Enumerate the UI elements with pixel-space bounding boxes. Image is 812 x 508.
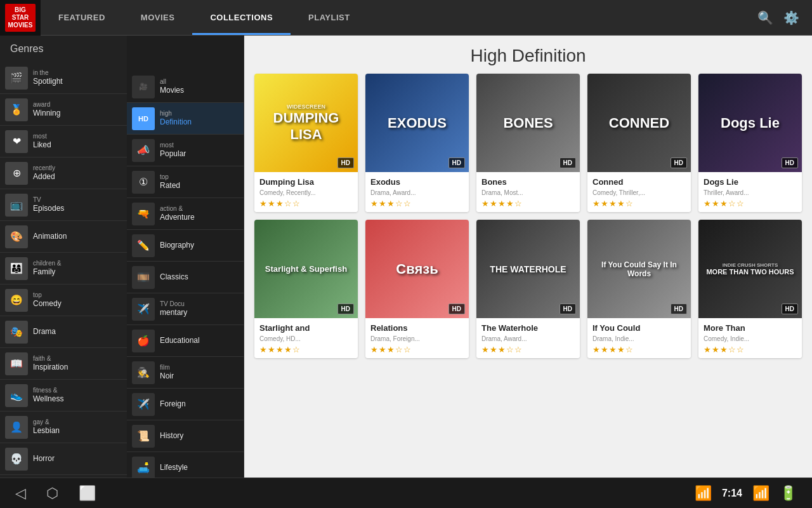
movie-poster: If You Could Say It In Words HD: [587, 220, 691, 318]
system-clock: 7:14: [722, 488, 742, 499]
genre-liked[interactable]: ❤ mostLiked: [0, 126, 127, 157]
genre-action[interactable]: 🔫 action &Adventure: [127, 198, 244, 230]
nav-icons: 🔍 ⚙️: [757, 10, 812, 25]
right-area: 🎥 allMovies HD highDefinition 📣 mostPopu…: [127, 36, 812, 478]
all-movies-icon: 🎥: [132, 76, 155, 98]
genre-horror[interactable]: 💀 Horror: [0, 443, 127, 475]
movie-card-bones[interactable]: BONES HD Bones Drama, Most... ★★★★☆: [476, 74, 580, 212]
left-sidebar: Genres 🎬 in theSpotlight 🏅 awardWinning …: [0, 36, 127, 478]
history-icon: 📜: [132, 425, 155, 448]
award-icon: 🏅: [5, 98, 28, 121]
bottom-nav: ◁ ⬡ ⬜ 📶 7:14 📶 🔋: [0, 478, 812, 508]
hd-badge: HD: [560, 304, 576, 314]
movie-card-starlight[interactable]: Starlight & Superfish HD Starlight and C…: [254, 220, 358, 358]
horror-label: Horror: [33, 454, 55, 464]
faith-label: faith &Inspiration: [33, 354, 68, 373]
movie-genres: Drama, Award...: [481, 335, 575, 342]
genre-fitness[interactable]: 👟 fitness &Wellness: [0, 380, 127, 411]
rated-label: topRated: [160, 173, 180, 191]
all-movies-label: allMovies: [160, 77, 184, 96]
genre-spotlight[interactable]: 🎬 in theSpotlight: [0, 62, 127, 94]
genres-header: Genres: [0, 36, 127, 62]
classics-icon: 🎞️: [132, 266, 155, 289]
movies-area: High Definition WIDESCREEN DUMPING LISA …: [244, 36, 812, 478]
tab-movies[interactable]: MOVIES: [123, 0, 193, 35]
home-button[interactable]: ⬡: [46, 485, 58, 502]
comedy-label: topComedy: [33, 291, 62, 309]
children-label: children &Family: [33, 259, 61, 277]
movie-poster: Связь HD: [365, 220, 469, 318]
genre-tvdoc[interactable]: ✈️ TV Documentary: [127, 293, 244, 325]
gear-icon[interactable]: ⚙️: [783, 10, 799, 25]
genre-gay[interactable]: 👤 gay &Lesbian: [0, 411, 127, 443]
genre-tv[interactable]: 📺 TVEpisodes: [0, 189, 127, 221]
wifi-icon: 📶: [752, 485, 769, 502]
genre-popular[interactable]: 📣 mostPopular: [127, 135, 244, 166]
bottom-left: ◁ ⬡ ⬜: [15, 485, 96, 502]
animation-icon: 🎨: [5, 225, 28, 248]
movie-info: Relations Drama, Foreign... ★★★☆☆: [365, 318, 469, 358]
genre-classics[interactable]: 🎞️ Classics: [127, 262, 244, 293]
recents-button[interactable]: ⬜: [79, 485, 96, 502]
hd-badge: HD: [449, 157, 465, 168]
poster-text: Starlight & Superfish: [260, 259, 352, 279]
movie-stars: ★★★★☆: [593, 345, 686, 354]
foreign-label: Foreign: [160, 399, 186, 410]
movie-card-ifyou[interactable]: If You Could Say It In Words HD If You C…: [587, 220, 691, 358]
movie-genres: Comedy, Indie...: [704, 335, 797, 342]
hd-icon: HD: [132, 107, 155, 130]
genre-faith[interactable]: 📖 faith &Inspiration: [0, 348, 127, 380]
movie-card-exodus[interactable]: EXODUS HD Exodus Drama, Award... ★★★☆☆: [365, 74, 469, 212]
genre-comedy[interactable]: 😄 topComedy: [0, 284, 127, 316]
movie-title: More Than: [704, 323, 797, 333]
movie-card-conned[interactable]: CONNED HD Conned Comedy, Thriller,... ★★…: [587, 74, 691, 212]
hd-badge: HD: [782, 304, 798, 314]
added-label: recentlyAdded: [33, 164, 55, 182]
genre-history[interactable]: 📜 History: [127, 420, 244, 452]
back-button[interactable]: ◁: [15, 485, 26, 502]
tv-icon: 📺: [5, 194, 28, 217]
genre-children[interactable]: 👨‍👩‍👧 children &Family: [0, 253, 127, 284]
movie-card-more[interactable]: INDIE CRUSH SHORTS MORE THAN TWO HOURS H…: [698, 220, 802, 358]
genre-film-noir[interactable]: 🕵️ filmNoir: [127, 357, 244, 389]
genre-edu[interactable]: 🍎 Educational: [127, 325, 244, 357]
movie-title: Exodus: [370, 177, 464, 187]
tv-label: TVEpisodes: [33, 196, 64, 214]
movie-stars: ★★★☆☆: [370, 345, 464, 354]
genre-added[interactable]: ⊕ recentlyAdded: [0, 157, 127, 189]
genre-lifestyle[interactable]: 🛋️ Lifestyle: [127, 452, 244, 478]
fitness-label: fitness &Wellness: [33, 386, 63, 404]
poster-text: BONES: [498, 110, 558, 137]
tab-playlist[interactable]: PLAYLIST: [291, 0, 368, 35]
search-icon[interactable]: 🔍: [757, 10, 773, 25]
poster-text: EXODUS: [383, 110, 452, 137]
genre-drama[interactable]: 🎭 Drama: [0, 316, 127, 348]
movie-stars: ★★★★☆: [593, 199, 686, 208]
genre-rated[interactable]: ① topRated: [127, 166, 244, 198]
movie-card-relations[interactable]: Связь HD Relations Drama, Foreign... ★★★…: [365, 220, 469, 358]
movie-card-waterhole[interactable]: THE WATERHOLE HD The Waterhole Drama, Aw…: [476, 220, 580, 358]
genre-all-movies[interactable]: 🎥 allMovies: [127, 71, 244, 103]
genre-bio[interactable]: ✏️ Biography: [127, 230, 244, 262]
movie-card-dumping-lisa[interactable]: WIDESCREEN DUMPING LISA HD Dumping Lisa …: [254, 74, 358, 212]
tab-featured[interactable]: FEATURED: [41, 0, 123, 35]
genre-award[interactable]: 🏅 awardWinning: [0, 94, 127, 126]
tvdoc-label: TV Documentary: [160, 300, 187, 318]
logo[interactable]: BIG STAR MOVIES: [0, 0, 41, 36]
foreign-icon: ✈️: [132, 393, 155, 416]
history-label: History: [160, 431, 183, 441]
genre-foreign[interactable]: ✈️ Foreign: [127, 389, 244, 420]
animation-label: Animation: [33, 232, 67, 242]
genre-hd[interactable]: HD highDefinition: [127, 103, 244, 135]
movie-title: Starlight and: [259, 323, 353, 333]
movie-card-dogs-lie[interactable]: Dogs Lie HD Dogs Lie Thriller, Award... …: [698, 74, 802, 212]
genre-animation[interactable]: 🎨 Animation: [0, 221, 127, 253]
movie-info: More Than Comedy, Indie... ★★★☆☆: [698, 318, 802, 358]
edu-icon: 🍎: [132, 330, 155, 352]
movie-title: Relations: [370, 323, 464, 333]
added-icon: ⊕: [5, 162, 28, 185]
classics-label: Classics: [160, 272, 188, 283]
movie-title: Dumping Lisa: [259, 177, 353, 187]
tab-collections[interactable]: COLLECTIONS: [192, 0, 291, 35]
movie-info: The Waterhole Drama, Award... ★★★☆☆: [476, 318, 580, 358]
